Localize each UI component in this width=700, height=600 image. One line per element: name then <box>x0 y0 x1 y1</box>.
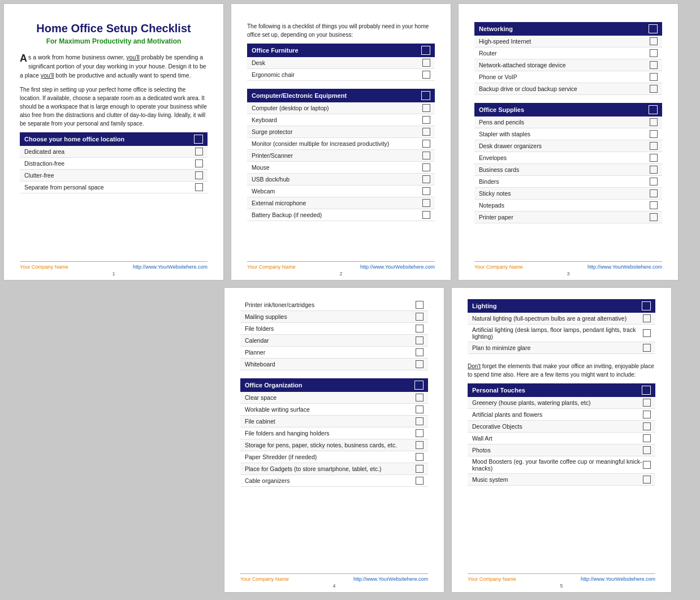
header-checkbox[interactable] <box>649 24 658 33</box>
page-2: The following is a checklist of things y… <box>231 3 451 280</box>
checkbox[interactable] <box>650 130 658 138</box>
checkbox[interactable] <box>416 417 424 425</box>
page-1-intro1: As a work from home business owner, you'… <box>20 53 208 80</box>
page-1-title: Home Office Setup Checklist <box>20 22 208 35</box>
checkbox[interactable] <box>416 394 424 402</box>
checkbox[interactable] <box>416 313 424 321</box>
checklist-item: Pens and pencils <box>474 116 662 128</box>
checklist-item: Wall Art <box>468 433 655 444</box>
header-checkbox[interactable] <box>642 386 651 395</box>
checkbox[interactable] <box>416 429 424 437</box>
section-lighting-header: Lighting <box>468 299 655 313</box>
section-networking-header: Networking <box>474 22 662 36</box>
header-checkbox[interactable] <box>194 135 203 144</box>
checkbox[interactable] <box>416 301 424 309</box>
checkbox[interactable] <box>422 152 430 159</box>
section-choose-location-header: Choose your home office location <box>20 132 208 146</box>
page-4-number: 4 <box>332 583 335 589</box>
checkbox[interactable] <box>416 336 424 344</box>
checkbox[interactable] <box>422 116 430 124</box>
checklist-item: Keyboard <box>247 114 435 126</box>
checkbox[interactable] <box>422 128 430 136</box>
checklist-item: Printer ink/toner/cartridges <box>240 299 428 311</box>
checkbox[interactable] <box>422 175 430 183</box>
checklist-item: Clutter-free <box>20 170 208 182</box>
checklist-item: Storage for pens, paper, sticky notes, b… <box>240 439 428 451</box>
checkbox[interactable] <box>650 118 658 126</box>
checkbox[interactable] <box>422 211 430 219</box>
checklist-item: File folders and hanging holders <box>240 428 428 439</box>
checkbox[interactable] <box>650 85 658 93</box>
checklist-item: Stapler with staples <box>474 128 662 140</box>
checkbox[interactable] <box>422 187 430 195</box>
section-choose-location: Choose your home office location Dedicat… <box>20 132 208 193</box>
section-personal-touches-header: Personal Touches <box>468 383 655 397</box>
checklist-item: Notepads <box>474 200 662 211</box>
checklist-item: Phone or VoIP <box>474 71 662 83</box>
checkbox[interactable] <box>650 61 658 69</box>
checkbox[interactable] <box>422 59 430 67</box>
checkbox[interactable] <box>643 476 651 484</box>
checklist-item: Place for Gadgets (to store smartphone, … <box>240 463 428 475</box>
checkbox[interactable] <box>650 213 658 221</box>
checkbox[interactable] <box>643 399 651 407</box>
checkbox[interactable] <box>643 434 651 442</box>
checklist-item: Workable writing surface <box>240 404 428 416</box>
checkbox[interactable] <box>416 477 424 485</box>
checkbox[interactable] <box>650 49 658 57</box>
checkbox[interactable] <box>650 166 658 174</box>
checkbox[interactable] <box>195 183 203 191</box>
checkbox[interactable] <box>643 344 651 352</box>
header-checkbox[interactable] <box>642 301 651 310</box>
checkbox[interactable] <box>416 441 424 449</box>
checkbox[interactable] <box>416 348 424 356</box>
checklist-item: Network-attached storage device <box>474 59 662 71</box>
checkbox[interactable] <box>416 405 424 413</box>
checkbox[interactable] <box>650 201 658 209</box>
checkbox[interactable] <box>643 329 651 337</box>
checkbox[interactable] <box>650 142 658 150</box>
checkbox[interactable] <box>650 189 658 197</box>
checklist-item: Binders <box>474 176 662 188</box>
header-checkbox[interactable] <box>649 105 658 114</box>
checklist-item: Mailing supplies <box>240 311 428 323</box>
checklist-item: Clear space <box>240 392 428 404</box>
checkbox[interactable] <box>643 461 651 469</box>
checkbox[interactable] <box>643 411 651 418</box>
checkbox[interactable] <box>416 465 424 473</box>
header-checkbox[interactable] <box>414 381 424 390</box>
checkbox[interactable] <box>195 171 203 179</box>
checklist-item: Monitor (consider multiple for increased… <box>247 138 435 150</box>
checklist-item: Natural lighting (full-spectrum bulbs ar… <box>468 313 655 325</box>
checklist-item: Sticky notes <box>474 188 662 200</box>
checklist-item: Greenery (house plants, watering plants,… <box>468 397 655 409</box>
checklist-item: Dedicated area <box>20 146 208 158</box>
checklist-item: File cabinet <box>240 416 428 428</box>
checkbox[interactable] <box>422 104 430 112</box>
checkbox[interactable] <box>416 325 424 333</box>
checklist-item: Plan to minimize glare <box>468 342 655 354</box>
checkbox[interactable] <box>650 37 658 45</box>
checkbox[interactable] <box>416 360 424 368</box>
checkbox[interactable] <box>422 71 430 79</box>
checkbox[interactable] <box>643 422 651 430</box>
checkbox[interactable] <box>416 453 424 461</box>
checkbox[interactable] <box>422 199 430 207</box>
checkbox[interactable] <box>650 154 658 162</box>
checklist-item: Printer/Scanner <box>247 150 435 162</box>
header-checkbox[interactable] <box>421 91 430 100</box>
checkbox[interactable] <box>195 159 203 167</box>
checklist-item: Planner <box>240 347 428 359</box>
section-networking: Networking High-speed Internet Router Ne… <box>474 22 662 95</box>
checkbox[interactable] <box>422 140 430 148</box>
checkbox[interactable] <box>650 73 658 81</box>
checkbox[interactable] <box>643 314 651 322</box>
checklist-item: Paper Shredder (if needed) <box>240 451 428 463</box>
checkbox[interactable] <box>643 446 651 454</box>
checklist-item: Calendar <box>240 335 428 347</box>
checkbox[interactable] <box>195 148 203 156</box>
header-checkbox[interactable] <box>421 46 430 55</box>
checkbox[interactable] <box>422 163 430 171</box>
checkbox[interactable] <box>650 178 658 185</box>
page-5-transition-text: Don't forget the elements that make your… <box>468 362 655 379</box>
